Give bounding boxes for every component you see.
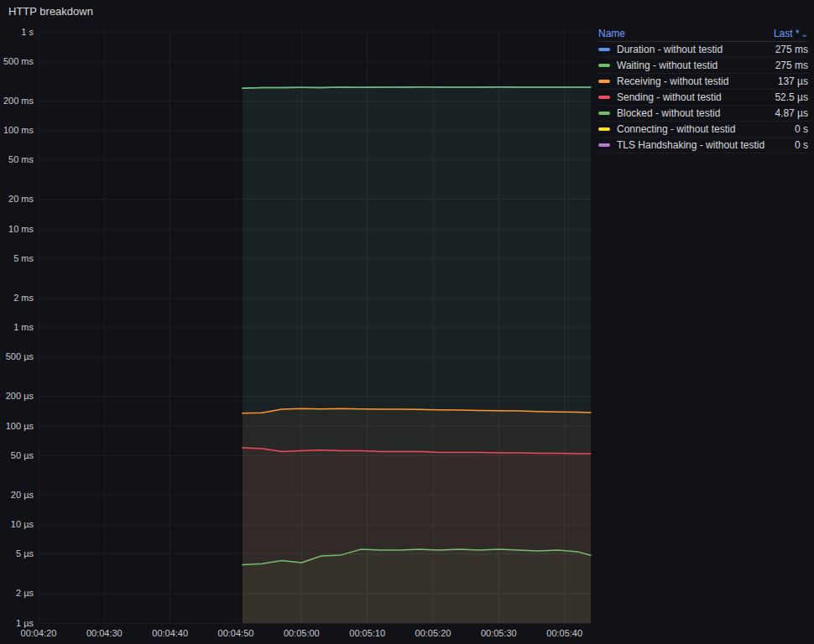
y-tick-label: 1 ms [13,322,34,332]
legend-row[interactable]: TLS Handshaking - without testid 0 s [598,138,808,153]
y-tick-label: 200 ms [3,96,34,106]
series-name: Waiting - without testid [617,60,769,71]
series-last-value: 275 ms [775,44,808,55]
y-tick-label: 500 ms [3,56,34,66]
y-tick-label: 2 µs [16,588,34,598]
y-tick-label: 10 ms [8,224,34,234]
y-tick-label: 2 ms [13,293,34,303]
y-tick-label: 100 ms [3,125,34,135]
y-tick-label: 1 µs [16,618,34,628]
legend-row[interactable]: Blocked - without testid 4.87 µs [598,106,808,122]
x-tick-label: 00:05:10 [349,628,385,638]
series-name: TLS Handshaking - without testid [617,139,788,151]
legend-sort-name[interactable]: Name [598,28,625,39]
x-tick-label: 00:05:00 [284,628,320,638]
y-tick-label: 500 µs [6,351,34,361]
panel-title[interactable]: HTTP breakdown [8,5,93,18]
series-color-swatch[interactable] [598,48,610,51]
legend-header: Name Last *⌄ [598,27,808,42]
series-name: Blocked - without testid [617,107,768,119]
series-name: Receiving - without testid [617,75,771,87]
http-breakdown-panel: HTTP breakdown 1 s500 ms200 ms100 ms50 m… [0,0,814,644]
x-tick-label: 00:04:20 [21,628,57,638]
series-color-swatch[interactable] [598,127,610,131]
series-name: Sending - without testid [617,91,768,103]
y-tick-label: 5 µs [16,548,34,558]
legend-row[interactable]: Duration - without testid 275 ms [598,42,808,58]
x-tick-label: 00:04:40 [152,628,188,638]
x-tick-label: 00:05:20 [415,628,451,638]
series-color-swatch[interactable] [598,112,610,115]
y-tick-label: 5 ms [13,253,34,263]
y-tick-label: 100 µs [6,421,34,431]
series-color-swatch[interactable] [598,143,610,147]
series-last-value: 0 s [795,123,808,135]
y-tick-label: 10 µs [11,519,34,529]
legend-table: Name Last *⌄ Duration - without testid 2… [598,27,808,153]
sort-caret-icon: ⌄ [801,29,808,39]
y-tick-label: 50 ms [8,154,34,164]
legend-sort-last[interactable]: Last *⌄ [774,28,808,39]
series-last-value: 4.87 µs [775,107,808,119]
x-tick-label: 00:05:30 [481,628,517,638]
series-name: Connecting - without testid [617,123,788,135]
y-tick-label: 200 µs [6,391,34,401]
legend-row[interactable]: Receiving - without testid 137 µs [598,74,808,90]
series-color-swatch[interactable] [598,80,610,83]
y-tick-label: 50 µs [11,450,34,460]
series-color-swatch[interactable] [598,64,610,67]
y-tick-label: 1 s [21,27,34,37]
legend-row[interactable]: Sending - without testid 52.5 µs [598,90,808,106]
x-tick-label: 00:04:50 [218,628,254,638]
series-color-swatch[interactable] [598,96,610,99]
series-fills [243,87,591,623]
x-tick-label: 00:05:40 [546,628,582,638]
y-tick-label: 20 µs [11,490,34,500]
legend-row[interactable]: Connecting - without testid 0 s [598,122,808,138]
series-last-value: 52.5 µs [775,91,808,103]
y-tick-label: 20 ms [8,194,34,204]
legend-row[interactable]: Waiting - without testid 275 ms [598,58,808,74]
series-last-value: 0 s [795,139,808,151]
legend-sort-last-label: Last * [774,28,800,39]
series-last-value: 137 µs [778,75,808,87]
series-last-value: 275 ms [775,60,808,71]
x-tick-label: 00:04:30 [86,628,123,638]
series-name: Duration - without testid [617,44,769,55]
